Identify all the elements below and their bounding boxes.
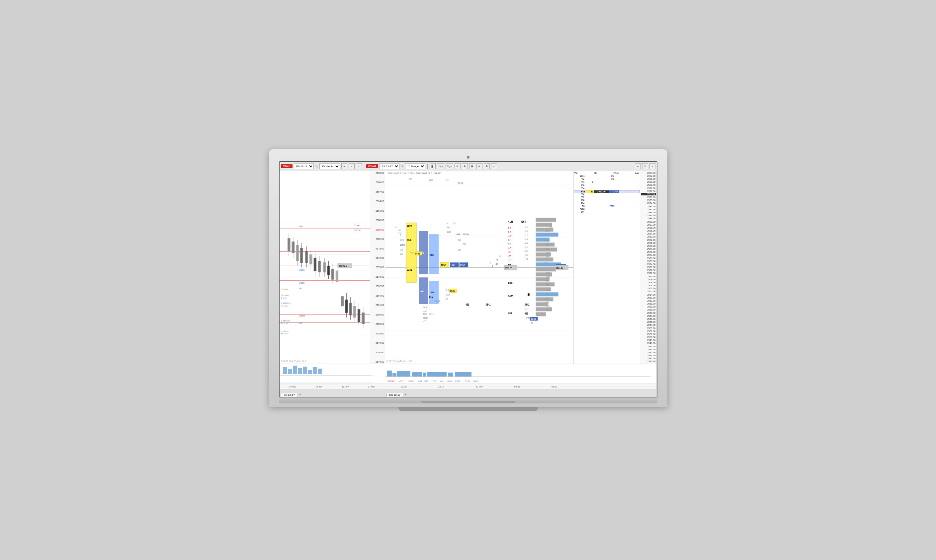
price-2597: 2597.00 [371, 191, 384, 193]
time-17nov: 17 nov [368, 386, 375, 388]
ob-row-2599-5: 576 408 [574, 178, 640, 181]
time-22nov: 22 nov [475, 386, 483, 388]
search-icon-left[interactable]: 🔍 [315, 165, 318, 168]
close-btn[interactable]: × [649, 163, 655, 169]
close-chart-btn[interactable]: × [356, 163, 362, 169]
svg-text:3: 3 [500, 254, 501, 257]
svg-text:49.01: 49.01 [410, 251, 415, 254]
svg-text:881: 881 [418, 380, 423, 383]
price-2582: 2582.00 [371, 238, 384, 240]
svg-text:348: 348 [458, 248, 461, 251]
svg-text:-2323: -2323 [423, 309, 427, 312]
svg-text:141: 141 [398, 229, 401, 231]
svg-text:IBL: IBL [299, 322, 302, 324]
left-tab[interactable]: ES 12-17 [281, 393, 298, 397]
minimize-btn[interactable]: ─ [635, 163, 641, 169]
chart-label-left: Chart [281, 164, 293, 168]
svg-text:415: 415 [429, 295, 433, 298]
svg-text:27: 27 [495, 262, 498, 265]
connect-tool[interactable]: ⊹ [476, 163, 483, 169]
svg-text:315: 315 [546, 243, 549, 246]
svg-rect-78 [308, 370, 312, 374]
svg-rect-248 [448, 372, 453, 377]
right-chart-timestamp: 21/11/2017 21:20 10.785 - 22/11/2017 08:… [387, 172, 443, 175]
price-2561: 2561.00 [371, 304, 384, 306]
arrow-tool[interactable]: ↖ [455, 163, 461, 169]
laptop-container: Chart ES 12-17 🔍 15 Minute ▪▪ ▫▫ × [269, 149, 668, 411]
maximize-btn[interactable]: □ [642, 163, 648, 169]
svg-rect-134 [535, 307, 552, 311]
zoom-out-btn[interactable]: 🔍− [446, 163, 453, 169]
timeframe-select[interactable]: 15 Minute [319, 163, 340, 169]
svg-text:19141: 19141 [423, 306, 428, 309]
price-2576: 2576.00 [371, 257, 384, 259]
screen-content: Chart ES 12-17 🔍 15 Minute ▪▪ ▫▫ × [279, 162, 657, 397]
ob-row-2596: 200 [574, 199, 640, 202]
layout-btn-2[interactable]: ▫▫ [348, 163, 355, 169]
svg-text:56 ticks: 56 ticks [281, 333, 288, 335]
svg-text:514: 514 [508, 238, 511, 241]
instrument-select-right[interactable]: ES 12-17 [379, 163, 399, 169]
price-2540: 2540.00 [371, 361, 384, 363]
svg-text:2597.50: 2597.50 [556, 266, 563, 269]
search-icon-right[interactable]: 🔍 [401, 165, 404, 168]
svg-rect-135 [535, 312, 546, 316]
ob-row-2600: 4163 100 [574, 175, 640, 178]
instrument-select-left[interactable]: ES 12-17 [294, 163, 314, 169]
svg-text:200: 200 [508, 254, 511, 257]
right-tab[interactable]: ES 12-17 [387, 393, 403, 397]
svg-text:100: 100 [549, 226, 552, 229]
settings-btn[interactable]: ⚙ [484, 163, 490, 169]
svg-text:Open: Open [299, 282, 304, 284]
ob-row-2594: 461 [574, 211, 640, 214]
svg-text:3010: 3010 [473, 380, 478, 383]
svg-text:43 ticks: 43 ticks [281, 305, 288, 307]
svg-text:47.52: 47.52 [526, 317, 530, 319]
svg-text:IBH: IBH [299, 225, 302, 228]
svg-text:292: 292 [400, 252, 403, 255]
right-tab-bar: ES 12-17 + [385, 389, 657, 397]
svg-text:1: 1 [455, 237, 456, 240]
svg-text:313: 313 [409, 177, 412, 180]
bar-type-btn[interactable]: ▌ [430, 163, 436, 169]
price-2594: 2594.00 [371, 200, 384, 202]
svg-text:1983: 1983 [546, 251, 549, 254]
zoom-in-btn[interactable]: 🔍+ [437, 163, 445, 169]
cross-tool[interactable]: ✛ [462, 163, 468, 169]
svg-rect-121 [535, 243, 555, 246]
svg-text:174: 174 [524, 258, 527, 261]
time-2214: 22:14 [438, 386, 444, 388]
svg-text:2: 2 [400, 234, 401, 236]
ob-header: Vol Bid Price Ask [574, 171, 640, 175]
range-select[interactable]: 10 Range [405, 163, 425, 169]
laptop-body: Chart ES 12-17 🔍 15 Minute ▪▪ ▫▫ × [269, 149, 668, 407]
svg-text:1552: 1552 [441, 263, 446, 267]
svg-text:1365: 1365 [445, 179, 449, 182]
left-add-tab[interactable]: + [298, 392, 302, 397]
svg-text:IBL: IBL [299, 287, 302, 289]
svg-text:Open: Open [299, 269, 304, 271]
svg-text:7423: 7423 [429, 179, 433, 182]
right-add-tab[interactable]: + [403, 392, 408, 397]
svg-text:2390: 2390 [400, 238, 404, 241]
time-16nov: 16 nov [342, 386, 348, 388]
measure-tool[interactable]: ⊞ [469, 163, 475, 169]
svg-rect-246 [423, 372, 426, 377]
svg-text:1993: 1993 [429, 291, 433, 294]
ob-row-2598-5: 710 [574, 184, 640, 187]
layout-btn-1[interactable]: ▪▪ [341, 163, 347, 169]
price-2555: 2555.00 [371, 323, 384, 325]
svg-text:49.56: 49.56 [429, 312, 433, 315]
svg-text:2428: 2428 [429, 254, 433, 257]
price-2585: 2585.00 [371, 229, 384, 231]
time-15nov: 15 nov [315, 386, 322, 388]
svg-text:3040: 3040 [419, 290, 424, 293]
svg-text:718: 718 [546, 280, 549, 282]
svg-text:2929406: 2929406 [281, 294, 288, 296]
svg-text:99: 99 [544, 261, 546, 264]
svg-text:514: 514 [524, 238, 527, 241]
svg-text:13005: 13005 [445, 293, 450, 296]
star-btn[interactable]: ★ [491, 163, 497, 169]
ob-row-2597: 316 [574, 193, 640, 196]
svg-text:52.48: 52.48 [530, 317, 535, 320]
